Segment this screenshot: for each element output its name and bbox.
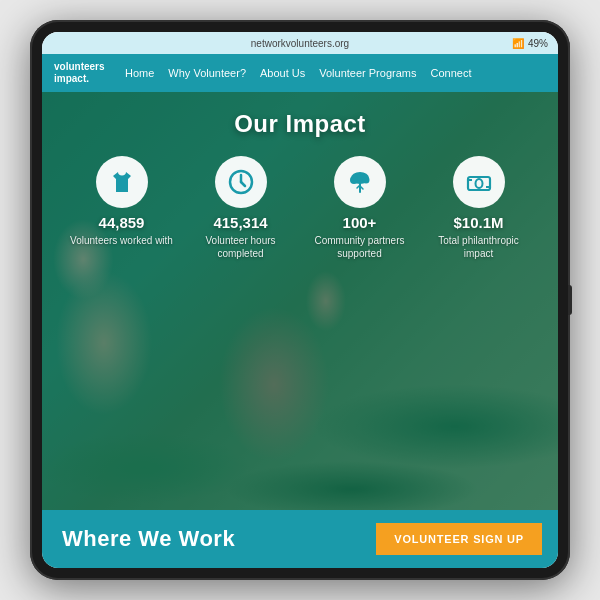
battery-indicator: 49% [528,38,548,49]
stat-hours-label: Volunteer hours completed [185,234,296,260]
stat-hours-number: 415,314 [213,214,267,231]
nav-home[interactable]: Home [125,67,154,79]
stat-impact: $10.1M Total philanthropic impact [423,156,534,260]
side-button [568,285,572,315]
stat-impact-label: Total philanthropic impact [423,234,534,260]
nav-about-us[interactable]: About Us [260,67,305,79]
stats-grid: 44,859 Volunteers worked with 415,3 [62,156,538,260]
stat-partners-label: Community partners supported [304,234,415,260]
status-icons: 📶 49% [512,38,548,49]
bottom-section: Where We Work VOLUNTEER SIGN UP [42,510,558,568]
tablet-frame: networkvolunteers.org 📶 49% volunteers i… [30,20,570,580]
stat-volunteers: 44,859 Volunteers worked with [66,156,177,260]
nav-why-volunteer[interactable]: Why Volunteer? [168,67,246,79]
stat-impact-number: $10.1M [453,214,503,231]
nav-links: Home Why Volunteer? About Us Volunteer P… [125,67,471,79]
svg-point-10 [475,179,482,188]
brand-line2: impact. [54,73,109,85]
url-bar: networkvolunteers.org [251,38,349,49]
svg-point-4 [350,176,358,184]
nav-connect[interactable]: Connect [430,67,471,79]
hero-content: Our Impact 44,859 Volunteers worked with [42,92,558,270]
shirt-icon [96,156,148,208]
stat-volunteers-number: 44,859 [99,214,145,231]
volunteer-signup-button[interactable]: VOLUNTEER SIGN UP [376,523,542,555]
svg-line-2 [241,182,245,186]
hero-title: Our Impact [62,110,538,138]
money-icon [453,156,505,208]
status-bar: networkvolunteers.org 📶 49% [42,32,558,54]
nav-volunteer-programs[interactable]: Volunteer Programs [319,67,416,79]
hero-section: Our Impact 44,859 Volunteers worked with [42,92,558,510]
stat-partners-number: 100+ [343,214,377,231]
tablet-screen: networkvolunteers.org 📶 49% volunteers i… [42,32,558,568]
cloud-tree-icon [334,156,386,208]
where-we-work-title: Where We Work [62,526,235,552]
stat-volunteers-label: Volunteers worked with [70,234,173,247]
stat-partners: 100+ Community partners supported [304,156,415,260]
wifi-icon: 📶 [512,38,524,49]
clock-icon [215,156,267,208]
stat-hours: 415,314 Volunteer hours completed [185,156,296,260]
svg-point-5 [362,177,369,184]
brand-logo: volunteers impact. [54,61,109,85]
navbar: volunteers impact. Home Why Volunteer? A… [42,54,558,92]
brand-line1: volunteers [54,61,109,73]
